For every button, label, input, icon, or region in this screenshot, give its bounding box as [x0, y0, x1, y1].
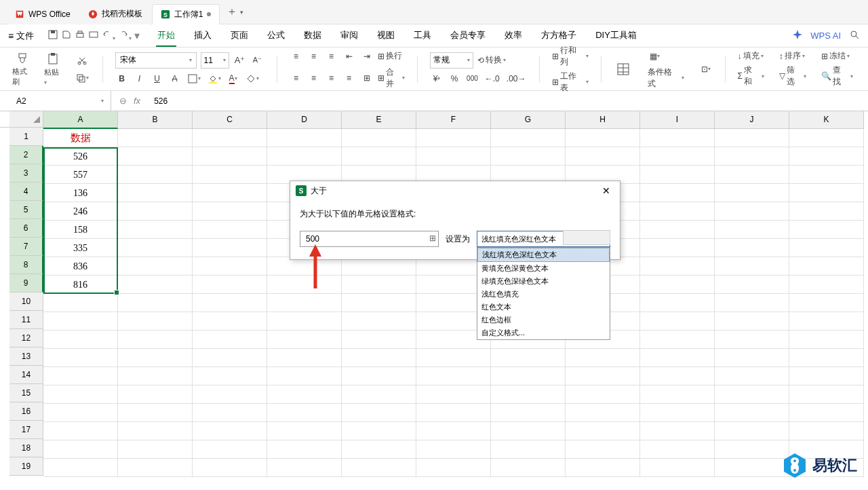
font-select[interactable]: 宋体▾	[115, 52, 197, 69]
worksheet-button[interactable]: ⊞ 工作表▾	[552, 71, 589, 94]
cell[interactable]	[342, 349, 416, 367]
dropdown-option[interactable]: 浅红色填充	[477, 288, 610, 301]
cell[interactable]	[566, 129, 640, 147]
cell[interactable]	[491, 422, 566, 440]
indent-increase-icon[interactable]: ⇥	[360, 49, 374, 64]
cell[interactable]	[640, 294, 715, 312]
column-header[interactable]: D	[267, 111, 342, 129]
cell[interactable]	[118, 312, 193, 331]
font-color-button[interactable]: A▾	[226, 71, 240, 86]
cell[interactable]	[491, 440, 566, 459]
row-header[interactable]: 16	[9, 402, 43, 421]
cell[interactable]	[640, 184, 715, 202]
row-header[interactable]: 7	[9, 238, 43, 256]
menu-effect[interactable]: 效率	[503, 25, 524, 47]
decrease-font-icon[interactable]: A⁻	[251, 53, 264, 68]
cell[interactable]	[566, 385, 640, 404]
cell[interactable]	[789, 367, 864, 385]
cell[interactable]	[491, 147, 566, 166]
cell[interactable]	[118, 367, 193, 385]
decrease-decimal-icon[interactable]: ←.0	[484, 71, 501, 86]
cell[interactable]	[193, 239, 267, 257]
cell[interactable]	[715, 385, 789, 404]
cell[interactable]	[640, 221, 715, 239]
cell[interactable]	[715, 239, 789, 257]
cell[interactable]	[789, 422, 864, 440]
cell[interactable]	[640, 202, 715, 221]
cell[interactable]	[43, 404, 118, 422]
cell[interactable]	[267, 312, 342, 331]
cell[interactable]	[640, 331, 715, 349]
sum-button[interactable]: Σ 求和▾	[738, 64, 764, 88]
wps-ai-button[interactable]: WPS AI	[810, 31, 841, 41]
cell[interactable]	[640, 312, 715, 331]
cell[interactable]	[491, 459, 566, 477]
cell[interactable]	[342, 331, 416, 349]
cell[interactable]	[43, 440, 118, 459]
dropdown-option[interactable]: 黄填充色深黄色文本	[477, 262, 610, 275]
align-middle-icon[interactable]: ≡	[307, 49, 321, 64]
cell[interactable]	[193, 294, 267, 312]
cell[interactable]	[416, 147, 491, 166]
cell[interactable]: 816	[43, 276, 118, 294]
cell[interactable]	[789, 312, 864, 331]
cell[interactable]	[267, 129, 342, 147]
cell[interactable]	[715, 367, 789, 385]
cell[interactable]	[193, 385, 267, 404]
cut-button[interactable]	[74, 53, 90, 68]
paste-button[interactable]: 粘贴▾	[41, 52, 64, 86]
cell[interactable]	[715, 404, 789, 422]
column-header[interactable]: K	[789, 111, 864, 129]
print-icon[interactable]	[75, 29, 85, 43]
column-header[interactable]: E	[342, 111, 416, 129]
font-size-select[interactable]: 11▾	[201, 52, 229, 69]
column-header[interactable]: C	[193, 111, 267, 129]
cell[interactable]	[267, 385, 342, 404]
menu-file[interactable]: 文件	[16, 30, 34, 42]
freeze-button[interactable]: ⊞ 冻结▾	[821, 50, 850, 62]
cell[interactable]	[491, 367, 566, 385]
comma-icon[interactable]: 000	[465, 71, 479, 86]
cell[interactable]	[416, 349, 491, 367]
cell[interactable]	[789, 276, 864, 294]
cell[interactable]	[43, 422, 118, 440]
cell[interactable]	[267, 257, 342, 276]
cell[interactable]	[491, 385, 566, 404]
cell[interactable]	[118, 385, 193, 404]
cell[interactable]	[715, 147, 789, 166]
cell[interactable]	[416, 459, 491, 477]
cell[interactable]	[267, 440, 342, 459]
cell[interactable]	[640, 367, 715, 385]
cell[interactable]	[640, 404, 715, 422]
cell[interactable]: 158	[43, 221, 118, 239]
cell[interactable]	[640, 147, 715, 166]
cell[interactable]: 246	[43, 202, 118, 221]
format-painter-button[interactable]: 格式刷	[9, 52, 37, 87]
copy-button[interactable]: ▾	[74, 71, 90, 86]
cell[interactable]	[43, 385, 118, 404]
cell[interactable]	[118, 184, 193, 202]
row-header[interactable]: 12	[9, 329, 43, 347]
cell[interactable]	[118, 404, 193, 422]
cell[interactable]	[789, 349, 864, 367]
cell[interactable]	[342, 440, 416, 459]
cell[interactable]	[640, 276, 715, 294]
cell[interactable]	[118, 257, 193, 276]
cell[interactable]	[118, 239, 193, 257]
cell[interactable]	[43, 331, 118, 349]
cell[interactable]	[640, 459, 715, 477]
align-justify-icon[interactable]: ≡	[342, 71, 356, 86]
align-right-icon[interactable]: ≡	[325, 71, 338, 86]
increase-font-icon[interactable]: A⁺	[233, 53, 247, 68]
orientation-icon[interactable]: ⊞	[360, 71, 374, 86]
cell[interactable]	[416, 367, 491, 385]
cell[interactable]	[43, 312, 118, 331]
cell[interactable]: 数据	[43, 129, 118, 147]
cell[interactable]	[789, 294, 864, 312]
cell[interactable]	[640, 349, 715, 367]
filter-button[interactable]: ▽ 筛选▾	[779, 64, 807, 88]
cell[interactable]	[715, 331, 789, 349]
cell[interactable]	[416, 440, 491, 459]
clear-format-button[interactable]: ▾	[244, 71, 260, 86]
hamburger-icon[interactable]: ≡	[8, 31, 14, 41]
